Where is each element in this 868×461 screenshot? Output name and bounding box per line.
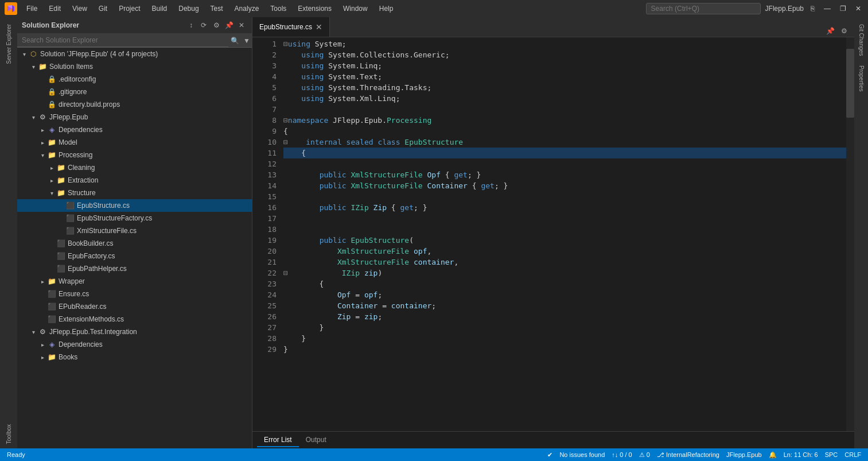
status-ready[interactable]: Ready [5, 451, 28, 458]
tree-item-epubreader-cs[interactable]: ⬛EPubReader.cs [17, 300, 252, 313]
tree-item-epubstructurefactory-cs[interactable]: ⬛EpubStructureFactory.cs [17, 212, 252, 224]
menu-tools[interactable]: Tools [266, 3, 291, 14]
expander-icon[interactable]: ▸ [38, 340, 47, 349]
expander-icon[interactable] [56, 214, 65, 223]
tab-epubstructure[interactable]: EpubStructure.cs ✕ [252, 17, 330, 37]
tree-item-directorybuildprops[interactable]: 🔒directory.build.props [17, 98, 252, 111]
expander-icon[interactable]: ▾ [20, 49, 29, 59]
se-header: Solution Explorer ↕ ⟳ ⚙ 📌 ✕ [17, 17, 252, 34]
tree-item-dependencies2[interactable]: ▸◈Dependencies [17, 338, 252, 351]
no-issues[interactable]: ✔ [545, 451, 555, 459]
se-search-input[interactable] [17, 34, 228, 47]
tab-pin-btn[interactable]: 📌 [824, 25, 836, 37]
se-close-btn[interactable]: ✕ [236, 20, 247, 31]
se-search-options-btn[interactable]: ▼ [242, 35, 252, 47]
menu-analyze[interactable]: Analyze [230, 3, 264, 14]
status-project[interactable]: JFlepp.Epub [724, 451, 764, 458]
expander-icon[interactable]: ▸ [38, 138, 47, 147]
tree-item-xmlstructurefile-cs[interactable]: ⬛XmlStructureFile.cs [17, 224, 252, 237]
close-button[interactable]: ✕ [853, 3, 863, 14]
menu-test[interactable]: Test [206, 3, 228, 14]
expander-icon[interactable] [47, 264, 56, 273]
status-changes[interactable]: ↑↓ 0 / 0 [609, 451, 634, 458]
se-settings-btn[interactable]: ⚙ [211, 20, 222, 31]
tree-item-epubstructure-cs[interactable]: ⬛EpubStructure.cs [17, 199, 252, 212]
code-content[interactable]: ⊟using System; using System.Collections.… [281, 37, 846, 431]
search-input[interactable] [646, 3, 761, 14]
menu-edit[interactable]: Edit [44, 3, 65, 14]
tree-item-dependencies[interactable]: ▸◈Dependencies [17, 123, 252, 136]
tree-item-processing[interactable]: ▾📁Processing [17, 149, 252, 161]
tab-close-btn[interactable]: ✕ [316, 22, 322, 32]
expander-icon[interactable]: ▸ [47, 163, 56, 172]
share-button[interactable]: ⎘ [808, 3, 817, 14]
expander-icon[interactable] [38, 87, 47, 96]
minimap-scrollbar[interactable] [846, 37, 854, 431]
expander-icon[interactable] [38, 100, 47, 109]
se-collapse-btn[interactable]: ↕ [185, 20, 197, 31]
expander-icon[interactable] [38, 315, 47, 324]
tree-item-model[interactable]: ▸📁Model [17, 136, 252, 149]
tree-item-extraction[interactable]: ▸📁Extraction [17, 174, 252, 187]
tree-item-wrapper[interactable]: ▸📁Wrapper [17, 275, 252, 288]
menu-extensions[interactable]: Extensions [293, 3, 336, 14]
expander-icon[interactable] [38, 75, 47, 84]
tab-error-list[interactable]: Error List [257, 433, 299, 447]
status-branch[interactable]: ⎇ InternalRefactoring [655, 451, 722, 459]
expander-icon[interactable]: ▾ [47, 188, 56, 197]
status-lineending[interactable]: CRLF [842, 451, 863, 458]
tab-settings-btn[interactable]: ⚙ [838, 25, 850, 37]
tree-item-jflepp-epub[interactable]: ▾⚙JFlepp.Epub [17, 111, 252, 123]
code-editor[interactable]: 1234567891011121314151617181920212223242… [252, 37, 846, 431]
menu-view[interactable]: View [68, 3, 92, 14]
tree-item-epubpathhelper-cs[interactable]: ⬛EpubPathHelper.cs [17, 262, 252, 275]
menu-git[interactable]: Git [94, 3, 112, 14]
menu-build[interactable]: Build [147, 3, 172, 14]
expander-icon[interactable]: ▸ [38, 277, 47, 286]
menu-project[interactable]: Project [114, 3, 145, 14]
tree-item-editorconfig[interactable]: 🔒.editorconfig [17, 73, 252, 86]
expander-icon[interactable] [38, 302, 47, 311]
menu-help[interactable]: Help [375, 3, 398, 14]
expander-icon[interactable]: ▾ [29, 113, 38, 122]
expander-icon[interactable] [47, 251, 56, 261]
expander-icon[interactable] [47, 239, 56, 248]
expander-icon[interactable] [56, 201, 65, 210]
expander-icon[interactable]: ▾ [29, 327, 38, 336]
status-alert[interactable]: 🔔 [766, 451, 779, 459]
tree-item-solution-items-folder[interactable]: ▾📁Solution Items [17, 60, 252, 73]
line-number: 21 [257, 257, 277, 268]
tab-bar: EpubStructure.cs ✕ 📌 ⚙ [252, 17, 854, 37]
tab-output[interactable]: Output [299, 433, 333, 447]
tree-item-bookbuilder-cs[interactable]: ⬛BookBuilder.cs [17, 237, 252, 250]
properties-label[interactable]: Properties [858, 61, 865, 96]
expander-icon[interactable]: ▸ [38, 125, 47, 134]
status-spaces[interactable]: SPC [823, 451, 840, 458]
tree-item-structure[interactable]: ▾📁Structure [17, 187, 252, 199]
se-refresh-btn[interactable]: ⟳ [198, 20, 209, 31]
git-changes-label[interactable]: Git Changes [858, 20, 865, 61]
expander-icon[interactable]: ▾ [38, 150, 47, 160]
restore-button[interactable]: ❐ [838, 3, 848, 14]
tree-item-books[interactable]: ▸📁Books [17, 351, 252, 363]
expander-icon[interactable]: ▸ [47, 176, 56, 185]
server-explorer-label[interactable]: Server Explorer [6, 24, 12, 64]
se-pin-btn[interactable]: 📌 [223, 20, 235, 31]
status-errors[interactable]: ⚠ 0 [637, 451, 652, 459]
menu-debug[interactable]: Debug [174, 3, 203, 14]
tree-item-solution[interactable]: ▾⬡Solution 'JFlepp.Epub' (4 of 4 project… [17, 48, 252, 60]
expander-icon[interactable] [56, 226, 65, 235]
menu-file[interactable]: File [22, 3, 42, 14]
expander-icon[interactable]: ▸ [38, 352, 47, 362]
tree-item-jflepp-epub-test[interactable]: ▾⚙JFlepp.Epub.Test.Integration [17, 326, 252, 338]
expander-icon[interactable] [38, 289, 47, 299]
expander-icon[interactable]: ▾ [29, 62, 38, 71]
tree-item-epubfactory-cs[interactable]: ⬛EpubFactory.cs [17, 250, 252, 262]
tree-item-gitignore[interactable]: 🔒.gitignore [17, 86, 252, 98]
tree-item-ensure-cs[interactable]: ⬛Ensure.cs [17, 288, 252, 300]
tree-item-cleaning[interactable]: ▸📁Cleaning [17, 161, 252, 174]
toolbox-label[interactable]: Toolbox [6, 424, 12, 444]
tree-item-extensionmethods-cs[interactable]: ⬛ExtensionMethods.cs [17, 313, 252, 326]
menu-window[interactable]: Window [338, 3, 372, 14]
minimize-button[interactable]: — [822, 3, 833, 14]
